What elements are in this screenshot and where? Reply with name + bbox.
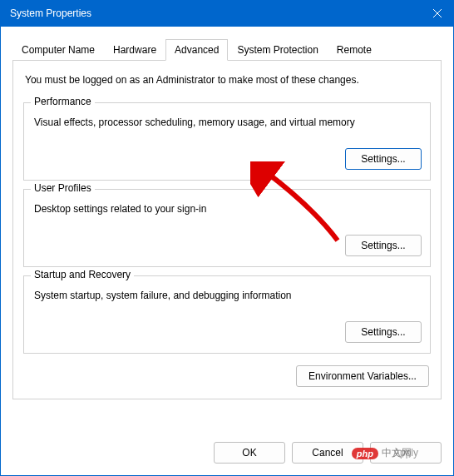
group-user-profiles-title: User Profiles (31, 182, 95, 194)
tab-advanced[interactable]: Advanced (165, 39, 228, 61)
environment-variables-button[interactable]: Environment Variables... (296, 365, 429, 387)
close-icon (432, 8, 442, 18)
user-profiles-settings-button[interactable]: Settings... (345, 235, 422, 256)
intro-text: You must be logged on as an Administrato… (23, 71, 431, 94)
group-performance-title: Performance (31, 96, 95, 107)
group-startup-recovery-title: Startup and Recovery (31, 269, 134, 280)
cancel-button[interactable]: Cancel (292, 442, 363, 464)
group-user-profiles: User Profiles Desktop settings related t… (23, 189, 431, 267)
dialog-button-bar: OK Cancel Apply (214, 442, 442, 464)
ok-button[interactable]: OK (214, 442, 285, 464)
tab-content-advanced: You must be logged on as an Administrato… (12, 61, 442, 399)
tab-bar: Computer Name Hardware Advanced System P… (12, 38, 442, 61)
group-performance: Performance Visual effects, processor sc… (23, 102, 431, 181)
window-body: Computer Name Hardware Advanced System P… (0, 27, 454, 476)
apply-button[interactable]: Apply (370, 442, 442, 464)
window-title: System Properties (10, 7, 421, 19)
titlebar: System Properties (0, 0, 454, 27)
tab-computer-name[interactable]: Computer Name (12, 39, 104, 61)
close-button[interactable] (421, 0, 454, 27)
tab-system-protection[interactable]: System Protection (228, 39, 327, 61)
startup-recovery-settings-button[interactable]: Settings... (345, 321, 422, 343)
group-performance-desc: Visual effects, processor scheduling, me… (32, 115, 422, 128)
performance-settings-button[interactable]: Settings... (345, 148, 422, 170)
group-startup-recovery: Startup and Recovery System startup, sys… (23, 275, 431, 354)
tab-remote[interactable]: Remote (328, 39, 381, 61)
group-startup-recovery-desc: System startup, system failure, and debu… (32, 288, 422, 301)
tab-hardware[interactable]: Hardware (104, 39, 165, 61)
group-user-profiles-desc: Desktop settings related to your sign-in (32, 201, 422, 215)
